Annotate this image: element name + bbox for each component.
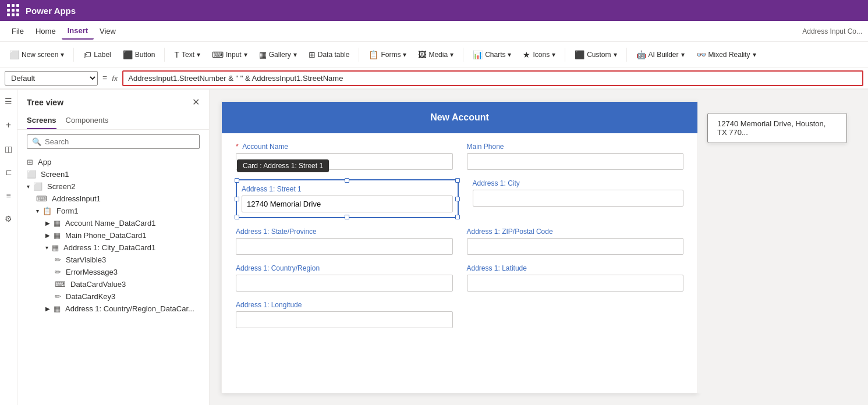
formula-input[interactable] bbox=[122, 70, 863, 86]
field-latitude: Address 1: Latitude bbox=[467, 264, 684, 292]
new-screen-arrow: ▾ bbox=[61, 51, 64, 59]
app-grid-icon[interactable] bbox=[7, 4, 20, 17]
tree-label-country-dc: Address 1: Country/Region_DataCar... bbox=[65, 304, 194, 313]
app-icon: ⊞ bbox=[27, 158, 33, 166]
tab-components[interactable]: Components bbox=[66, 112, 109, 129]
field-city: Address 1: City bbox=[473, 179, 684, 218]
plus-icon[interactable]: + bbox=[3, 118, 13, 133]
input-arrow: ▾ bbox=[244, 51, 247, 59]
handle-br[interactable] bbox=[455, 215, 460, 219]
property-selector[interactable]: Default bbox=[5, 71, 98, 86]
input-icon: ⌨ bbox=[212, 50, 224, 59]
forms-icon: 📋 bbox=[369, 50, 378, 59]
gallery-button[interactable]: ▦ Gallery ▾ bbox=[254, 48, 302, 62]
icons-button[interactable]: ★ Icons ▾ bbox=[518, 48, 560, 62]
menu-insert[interactable]: Insert bbox=[62, 23, 94, 40]
input-longitude[interactable] bbox=[236, 311, 453, 328]
input-zip[interactable] bbox=[467, 238, 684, 255]
input-btn-label: Input bbox=[226, 51, 242, 59]
form-row-4: Address 1: Longitude bbox=[236, 301, 683, 328]
data-icon[interactable]: ⊏ bbox=[3, 165, 15, 179]
button-button[interactable]: ⬛ Button bbox=[118, 48, 160, 62]
form-row-1: Card : Address 1: Street 1 Address 1: St… bbox=[236, 179, 683, 218]
label-btn-label: Label bbox=[94, 51, 111, 59]
account-dc-icon: ▦ bbox=[54, 219, 61, 228]
mixed-reality-button[interactable]: 👓 Mixed Reality ▾ bbox=[692, 48, 761, 62]
tree-item-screen2[interactable]: ▾ ⬜ Screen2 bbox=[17, 180, 209, 193]
tree-item-addressinput1[interactable]: ⌨ AddressInput1 bbox=[17, 193, 209, 205]
handle-mr[interactable] bbox=[455, 197, 460, 201]
settings-icon[interactable]: ⚙ bbox=[2, 212, 15, 226]
tree-label-account-dc: Account Name_DataCard1 bbox=[65, 219, 155, 228]
form-body: * Account Name Main Phone Card : Address… bbox=[222, 133, 697, 351]
handle-tm[interactable] bbox=[345, 178, 349, 183]
input-city[interactable] bbox=[473, 190, 684, 207]
layers-icon[interactable]: ◫ bbox=[2, 142, 15, 156]
menu-view[interactable]: View bbox=[94, 23, 122, 39]
tree-item-country-dc[interactable]: ▶ ▦ Address 1: Country/Region_DataCar... bbox=[17, 303, 209, 315]
forms-btn-label: Forms bbox=[381, 51, 401, 59]
errormessage3-icon: ✏ bbox=[55, 268, 61, 276]
input-main-phone[interactable] bbox=[467, 153, 684, 170]
tree-item-phone-dc[interactable]: ▶ ▦ Main Phone_DataCard1 bbox=[17, 229, 209, 241]
tree-item-account-dc[interactable]: ▶ ▦ Account Name_DataCard1 bbox=[17, 217, 209, 229]
tree-item-screen1[interactable]: ⬜ Screen1 bbox=[17, 168, 209, 180]
sidebar-close-button[interactable]: ✕ bbox=[192, 97, 200, 108]
tree-item-form1[interactable]: ▾ 📋 Form1 bbox=[17, 205, 209, 217]
hamburger-icon[interactable]: ☰ bbox=[2, 94, 15, 108]
label-button[interactable]: 🏷 Label bbox=[79, 48, 115, 62]
media-button[interactable]: 🖼 Media ▾ bbox=[413, 48, 458, 62]
tree-label-starvisible3: StarVisible3 bbox=[66, 255, 106, 264]
data-table-label: Data table bbox=[318, 51, 350, 59]
custom-button[interactable]: ⬛ Custom ▾ bbox=[570, 48, 621, 62]
tree-item-starvisible3[interactable]: ✏ StarVisible3 bbox=[17, 254, 209, 266]
tree-label-screen1: Screen1 bbox=[41, 170, 69, 179]
menu-file[interactable]: File bbox=[6, 23, 30, 39]
menu-bar: File Home Insert View Address Input Co..… bbox=[0, 21, 868, 42]
tree-item-datacardvalue3[interactable]: ⌨ DataCardValue3 bbox=[17, 278, 209, 290]
handle-bl[interactable] bbox=[235, 215, 239, 219]
button-icon: ⬛ bbox=[123, 50, 133, 59]
custom-arrow: ▾ bbox=[614, 51, 617, 59]
tree-item-errormessage3[interactable]: ✏ ErrorMessage3 bbox=[17, 266, 209, 278]
mixed-reality-label: Mixed Reality bbox=[708, 51, 750, 59]
ai-builder-button[interactable]: 🤖 AI Builder ▾ bbox=[632, 48, 689, 62]
menu-home[interactable]: Home bbox=[30, 23, 62, 39]
tree-item-datacardkey3[interactable]: ✏ DataCardKey3 bbox=[17, 290, 209, 303]
city-dc-chevron: ▾ bbox=[45, 244, 48, 251]
form-container: New Account * Account Name Main Phone bbox=[221, 101, 698, 393]
addressinput1-icon: ⌨ bbox=[36, 194, 47, 203]
address-street-card[interactable]: Card : Address 1: Street 1 Address 1: St… bbox=[236, 179, 459, 218]
tree-label-datacardvalue3: DataCardValue3 bbox=[70, 280, 126, 289]
input-button[interactable]: ⌨ Input ▾ bbox=[207, 48, 252, 62]
form-header: New Account bbox=[222, 102, 697, 133]
input-latitude[interactable] bbox=[467, 275, 684, 292]
search-input[interactable] bbox=[45, 137, 194, 146]
tab-screens[interactable]: Screens bbox=[27, 112, 56, 129]
ai-builder-label: AI Builder bbox=[649, 51, 679, 59]
handle-ml[interactable] bbox=[235, 197, 239, 201]
handle-tr[interactable] bbox=[455, 178, 460, 183]
input-street1[interactable] bbox=[242, 196, 453, 212]
tree-item-city-dc[interactable]: ▾ ▦ Address 1: City_DataCard1 bbox=[17, 241, 209, 254]
input-country[interactable] bbox=[236, 275, 453, 292]
tree-item-app[interactable]: ⊞ App bbox=[17, 156, 209, 168]
screen2-icon: ⬜ bbox=[33, 182, 42, 191]
gallery-icon: ▦ bbox=[259, 50, 267, 59]
form-row-2: Address 1: State/Province Address 1: ZIP… bbox=[236, 228, 683, 255]
handle-bm[interactable] bbox=[345, 215, 349, 219]
variable-icon[interactable]: ≡ bbox=[3, 189, 13, 202]
label-icon: 🏷 bbox=[83, 50, 91, 59]
charts-button[interactable]: 📊 Charts ▾ bbox=[468, 48, 516, 62]
toolbar: ⬜ New screen ▾ 🏷 Label ⬛ Button T Text ▾… bbox=[0, 42, 868, 68]
data-table-button[interactable]: ⊞ Data table bbox=[304, 48, 355, 62]
new-screen-button[interactable]: ⬜ New screen ▾ bbox=[5, 48, 69, 62]
handle-tl[interactable] bbox=[235, 178, 239, 183]
text-button[interactable]: T Text ▾ bbox=[169, 48, 205, 62]
field-country: Address 1: Country/Region bbox=[236, 264, 453, 292]
forms-button[interactable]: 📋 Forms ▾ bbox=[364, 48, 411, 62]
ai-builder-arrow: ▾ bbox=[681, 51, 685, 59]
left-icon-strip: ☰ + ◫ ⊏ ≡ ⚙ bbox=[0, 90, 17, 405]
input-state[interactable] bbox=[236, 238, 453, 255]
tree-label-phone-dc: Main Phone_DataCard1 bbox=[65, 231, 146, 240]
